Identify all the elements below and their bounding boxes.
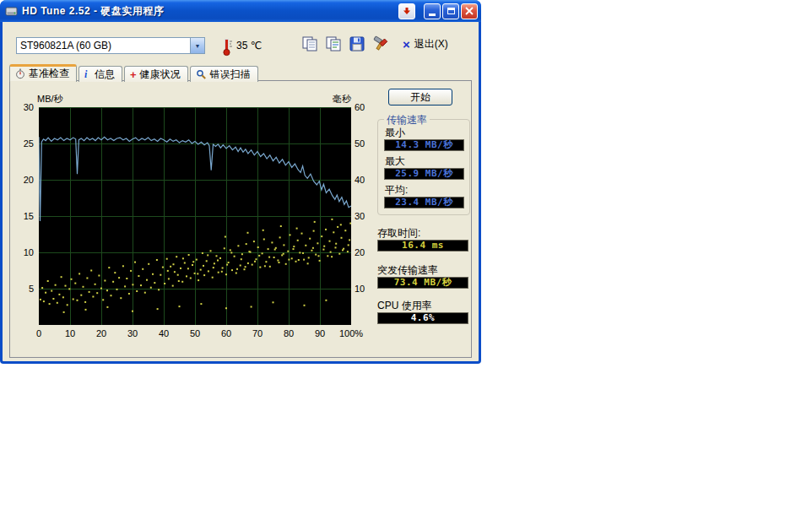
exit-button[interactable]: × 退出(X) (403, 37, 448, 51)
left-axis-tick: 20 (15, 175, 34, 185)
x-axis-tick: 90 (307, 328, 333, 338)
copy-icon (300, 35, 319, 53)
cpu-usage-label: CPU 使用率 (377, 299, 432, 313)
burst-rate-label: 突发传输速率 (377, 263, 438, 278)
window-title: HD Tune 2.52 - 硬盘实用程序 (22, 4, 398, 19)
tab-info-label: 信息 (95, 68, 115, 82)
tab-info[interactable]: i 信息 (78, 66, 122, 82)
x-axis-tick: 50 (182, 328, 208, 338)
right-axis-tick: 20 (355, 247, 376, 257)
access-time-value: 16.4 ms (377, 240, 468, 252)
x-axis-tick: 40 (151, 328, 176, 338)
x-axis-tick: 70 (245, 328, 270, 338)
x-axis-tick: 20 (89, 328, 114, 338)
down-arrow-button[interactable] (398, 3, 415, 19)
tab-bar: 基准检查 i 信息 + 健康状况 错误扫描 (9, 64, 258, 82)
hd-tune-window: HD Tune 2.52 - 硬盘实用程序 ST960821A (60 GB) … (0, 0, 481, 364)
app-icon (5, 5, 18, 18)
close-button[interactable] (461, 3, 478, 19)
save-icon (348, 35, 366, 53)
tab-error-scan-label: 错误扫描 (210, 68, 251, 82)
x-axis-tick: 10 (57, 328, 83, 338)
save-screenshot-button[interactable] (347, 34, 367, 54)
title-bar[interactable]: HD Tune 2.52 - 硬盘实用程序 (0, 0, 481, 22)
options-button[interactable] (371, 34, 391, 54)
start-button[interactable]: 开始 (388, 89, 452, 106)
right-axis-tick: 50 (355, 138, 376, 149)
left-axis-title: MB/秒 (37, 93, 63, 106)
left-axis-tick: 15 (15, 211, 34, 221)
max-label: 最大 (385, 154, 405, 169)
tab-benchmark-label: 基准检查 (29, 67, 69, 81)
down-arrow-icon (403, 7, 411, 15)
drive-select-dropdown-button[interactable]: ▼ (190, 38, 204, 53)
maximize-icon (447, 8, 455, 14)
chevron-down-icon: ▼ (195, 43, 201, 49)
tab-health-label: 健康状况 (140, 68, 181, 82)
tab-benchmark[interactable]: 基准检查 (9, 64, 77, 82)
minimize-icon (429, 14, 436, 16)
window-controls (398, 3, 478, 19)
access-time-label: 存取时间: (377, 226, 420, 241)
right-axis-tick: 60 (355, 102, 376, 112)
x-axis-tick: 100% (338, 328, 364, 338)
transfer-rate-group: 传输速率 最小 14.3 MB/秒 最大 25.9 MB/秒 平均: 23.4 … (377, 119, 470, 215)
left-axis-tick: 5 (15, 284, 34, 294)
x-axis-tick: 80 (276, 328, 301, 338)
exit-icon: × (403, 38, 410, 51)
minimize-button[interactable] (424, 3, 441, 19)
thermometer-icon (222, 36, 233, 60)
left-axis-tick: 25 (15, 138, 34, 149)
copy-text-button[interactable] (323, 34, 344, 54)
drive-select[interactable]: ST960821A (60 GB) ▼ (16, 37, 205, 54)
magnifier-icon (196, 69, 207, 79)
avg-transfer-value: 23.4 MB/秒 (384, 197, 464, 208)
temperature-value: 35 ℃ (236, 40, 262, 51)
chart-grid (39, 107, 351, 325)
avg-label: 平均: (385, 183, 408, 197)
maximize-button[interactable] (442, 3, 459, 19)
x-axis-tick: 30 (120, 328, 145, 338)
x-axis-tick: 0 (26, 328, 51, 338)
left-axis-tick: 30 (15, 102, 34, 112)
health-cross-icon: + (130, 69, 137, 80)
left-axis-tick: 10 (15, 247, 34, 257)
tab-error-scan[interactable]: 错误扫描 (190, 66, 258, 82)
tools-icon (371, 35, 390, 53)
min-transfer-value: 14.3 MB/秒 (384, 139, 464, 151)
copy-text-icon (324, 35, 343, 53)
cpu-usage-value: 4.6% (377, 312, 468, 324)
burst-rate-value: 73.4 MB/秒 (377, 277, 468, 289)
drive-select-value: ST960821A (60 GB) (17, 40, 190, 51)
exit-label: 退出(X) (414, 37, 448, 51)
max-transfer-value: 25.9 MB/秒 (384, 168, 464, 180)
min-label: 最小 (385, 126, 405, 140)
desktop: HD Tune 2.52 - 硬盘实用程序 ST960821A (60 GB) … (0, 0, 812, 514)
right-axis-tick: 10 (355, 284, 376, 294)
copy-screenshot-button[interactable] (300, 34, 320, 54)
right-axis-tick: 30 (355, 211, 376, 221)
benchmark-panel: 开始 MB/秒 毫秒 传输速率 最小 14.3 MB/秒 最大 25.9 MB/… (9, 80, 472, 358)
stopwatch-icon (15, 68, 25, 79)
close-icon (465, 7, 474, 15)
x-axis-tick: 60 (214, 328, 239, 338)
toolbar: ST960821A (60 GB) ▼ 35 ℃ (3, 22, 479, 64)
tab-health[interactable]: + 健康状况 (124, 66, 188, 82)
right-axis-tick: 40 (355, 175, 376, 185)
toolbar-buttons (300, 34, 391, 54)
benchmark-chart (39, 107, 351, 325)
info-icon: i (84, 68, 91, 81)
right-axis-title: 毫秒 (297, 93, 351, 106)
